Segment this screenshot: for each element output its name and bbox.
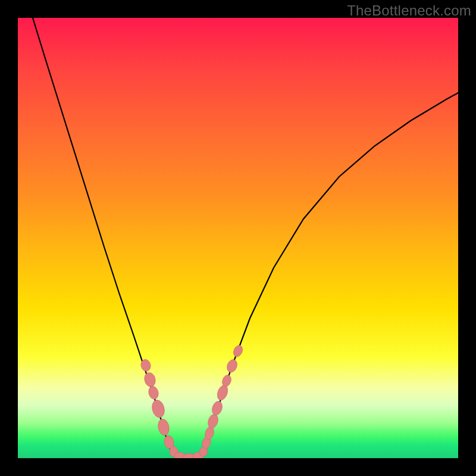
- data-marker: [215, 384, 230, 402]
- curve-svg: [18, 18, 458, 458]
- data-marker: [232, 344, 245, 358]
- data-marker: [206, 413, 220, 430]
- plot-area: [18, 18, 458, 458]
- v-curve: [33, 18, 458, 458]
- data-marker: [148, 385, 160, 400]
- data-marker: [225, 358, 239, 374]
- watermark-text: TheBottleneck.com: [347, 2, 471, 19]
- data-marker: [151, 399, 167, 419]
- outer-frame: TheBottleneck.com: [0, 0, 476, 476]
- data-marker: [156, 418, 170, 436]
- data-marker: [211, 400, 224, 416]
- data-marker: [143, 371, 156, 388]
- marker-cluster: [140, 344, 245, 458]
